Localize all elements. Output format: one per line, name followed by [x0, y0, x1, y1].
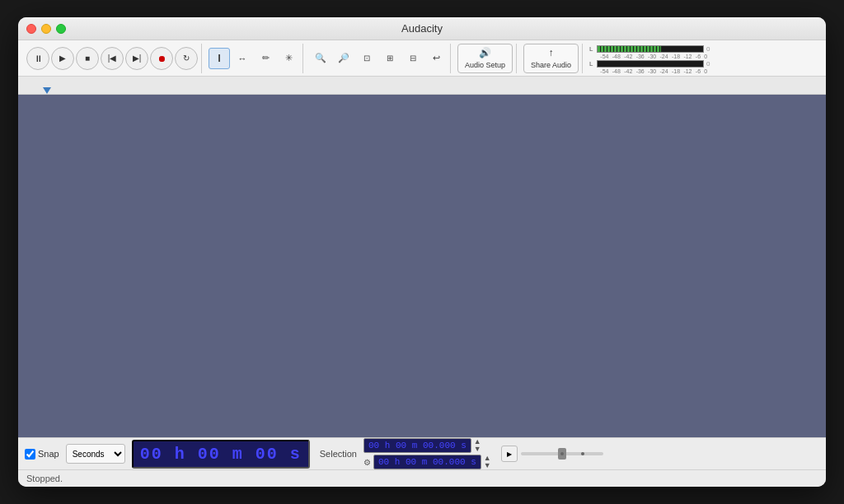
- speed-center-dot: [560, 452, 564, 455]
- stop-button[interactable]: ■: [76, 47, 99, 70]
- selection-label: Selection: [320, 449, 357, 459]
- cursor-icon: I: [218, 52, 221, 64]
- skip-back-button[interactable]: |◀: [101, 47, 124, 70]
- status-text: Stopped.: [26, 474, 63, 483]
- speed-slider[interactable]: [521, 452, 603, 455]
- loop-icon: ↻: [183, 54, 190, 63]
- fit-selection-button[interactable]: ⊡: [356, 48, 377, 69]
- traffic-lights: [26, 24, 66, 34]
- select-icon: ↔: [238, 54, 247, 63]
- status-bar: Snap Seconds hh:mm:ss Samples 00 h 00 m …: [18, 437, 826, 487]
- time-unit-select[interactable]: Seconds hh:mm:ss Samples: [66, 444, 125, 464]
- share-audio-button[interactable]: ↑ Share Audio: [523, 44, 579, 73]
- audio-setup-button[interactable]: 🔊 Audio Setup: [457, 44, 513, 73]
- title-bar: Audacity: [18, 17, 826, 40]
- selection-end-icon: ⚙: [363, 458, 371, 467]
- skip-forward-button[interactable]: ▶|: [125, 47, 148, 70]
- select-tool-button[interactable]: ↔: [232, 48, 253, 69]
- fit-selection-icon: ⊡: [363, 54, 370, 63]
- fit-project-icon: ⊞: [387, 54, 393, 63]
- status-bar-controls: Snap Seconds hh:mm:ss Samples 00 h 00 m …: [18, 438, 826, 470]
- ruler: 0 1.0 2.0 3.0 4.0 5.0 6.0 7.0 8.0 9.0: [18, 77, 826, 95]
- time-display: 00 h 00 m 00 s: [132, 440, 310, 469]
- selection-start-arrows[interactable]: ▲▼: [474, 438, 481, 453]
- vu-meters-group: L 0 -54-48-42-36-30-24-18-12-60 L 0: [586, 44, 713, 73]
- undo-zoom-button[interactable]: ↩: [425, 48, 447, 69]
- transport-group: ⏸ ▶ ■ |◀ ▶| ⏺ ↻: [23, 44, 202, 73]
- play-button[interactable]: ▶: [51, 47, 74, 70]
- main-window: Audacity ⏸ ▶ ■ |◀ ▶| ⏺ ↻: [18, 17, 826, 487]
- skip-forward-icon: ▶|: [133, 54, 142, 63]
- maximize-button[interactable]: [56, 24, 66, 34]
- zoom-out-icon: 🔎: [338, 53, 349, 63]
- share-audio-label: Share Audio: [531, 61, 571, 69]
- pause-button[interactable]: ⏸: [26, 47, 49, 70]
- snap-checkbox[interactable]: [25, 449, 35, 460]
- share-audio-group: ↑ Share Audio: [520, 44, 583, 73]
- playback-vu-row: L 0: [589, 45, 710, 53]
- snap-control: Snap: [25, 449, 59, 460]
- selection-end-row: ⚙ 00 h 00 m 00.000 s ▲▼: [363, 455, 491, 469]
- speed-play-icon: ▶: [507, 450, 512, 458]
- draw-tool-button[interactable]: ✏: [255, 48, 276, 69]
- status-text-bar: Stopped.: [18, 470, 826, 487]
- toolbar: ⏸ ▶ ■ |◀ ▶| ⏺ ↻ I: [18, 40, 826, 77]
- record-vu-row: L 0: [589, 60, 710, 68]
- zoom-toggle-icon: ⊟: [410, 54, 416, 63]
- zoom-out-button[interactable]: 🔎: [333, 48, 354, 69]
- audio-setup-label: Audio Setup: [465, 61, 505, 69]
- fit-project-button[interactable]: ⊞: [379, 48, 401, 69]
- zoom-in-icon: 🔍: [315, 53, 326, 63]
- selection-times: 00 h 00 m 00.000 s ▲▼ ⚙ 00 h 00 m 00.000…: [363, 438, 491, 469]
- pause-icon: ⏸: [34, 54, 43, 63]
- speed-play-button[interactable]: ▶: [501, 446, 518, 462]
- selection-start-display: 00 h 00 m 00.000 s: [363, 438, 471, 453]
- play-icon: ▶: [59, 54, 66, 63]
- selection-end-display: 00 h 00 m 00.000 s: [373, 455, 481, 469]
- window-title: Audacity: [401, 22, 443, 35]
- record-button[interactable]: ⏺: [150, 47, 173, 70]
- stop-icon: ■: [85, 54, 90, 63]
- loop-button[interactable]: ↻: [175, 47, 198, 70]
- record-icon: ⏺: [157, 54, 166, 63]
- tools-group: I ↔ ✏ ✳: [205, 44, 303, 73]
- zoom-group: 🔍 🔎 ⊡ ⊞ ⊟ ↩: [307, 44, 451, 73]
- undo-zoom-icon: ↩: [433, 53, 440, 63]
- audio-setup-group: 🔊 Audio Setup: [454, 44, 517, 73]
- close-button[interactable]: [26, 24, 36, 34]
- playback-L-label: L: [589, 45, 596, 53]
- volume-icon: 🔊: [479, 47, 491, 58]
- multi-icon: ✳: [285, 53, 293, 63]
- speed-right-dot: [581, 452, 584, 455]
- zoom-in-button[interactable]: 🔍: [310, 48, 331, 69]
- skip-back-icon: |◀: [108, 54, 117, 63]
- minimize-button[interactable]: [41, 24, 51, 34]
- multi-tool-button[interactable]: ✳: [278, 48, 299, 69]
- draw-icon: ✏: [262, 53, 270, 63]
- snap-label: Snap: [38, 449, 59, 459]
- cursor-tool-button[interactable]: I: [209, 48, 230, 69]
- speed-area: ▶: [501, 446, 603, 462]
- record-L-label: L: [589, 60, 596, 68]
- track-area[interactable]: [18, 95, 826, 437]
- zoom-toggle-button[interactable]: ⊟: [402, 48, 424, 69]
- selection-end-arrows[interactable]: ▲▼: [484, 455, 491, 469]
- selection-start-row: 00 h 00 m 00.000 s ▲▼: [363, 438, 491, 453]
- share-icon: ↑: [549, 47, 554, 58]
